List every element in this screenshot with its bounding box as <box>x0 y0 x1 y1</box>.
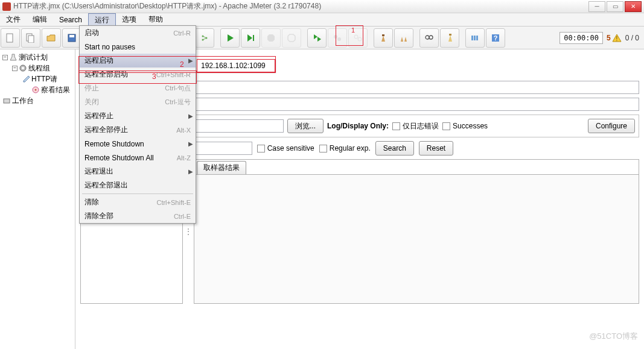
tree-toggle-icon[interactable]: − <box>12 66 18 71</box>
svg-point-32 <box>35 89 37 91</box>
submenu-arrow-icon: ▶ <box>188 113 193 119</box>
submenu-arrow-icon: ▶ <box>188 168 193 175</box>
warning-icon: ! <box>612 33 622 43</box>
tree-thread-group[interactable]: 线程组 <box>28 63 50 74</box>
annotation-label-1: 1 <box>351 27 355 34</box>
tree-http-request[interactable]: HTTP请 <box>31 74 57 84</box>
toolbar-toggle-button[interactable] <box>195 28 214 48</box>
tab-sampler-result[interactable]: 取样器结果 <box>197 161 246 174</box>
menu-remote-shutdown-all[interactable]: Remote Shutdown AllAlt-Z <box>80 151 196 165</box>
gear-icon <box>19 64 27 72</box>
svg-rect-22 <box>449 34 451 36</box>
pipette-icon <box>22 75 30 83</box>
test-tree[interactable]: − 测试计划 − 线程组 HTTP请 察看结果 工作台 <box>0 49 75 349</box>
toolbar-shutdown-button[interactable] <box>282 28 301 48</box>
case-sensitive-checkbox[interactable]: Case sensitive <box>257 144 314 152</box>
toolbar-open-button[interactable] <box>42 28 61 48</box>
flask-icon <box>9 53 18 61</box>
tree-toggle-icon[interactable]: − <box>2 55 8 60</box>
logdisplay-label: Log/Display Only: <box>327 122 389 130</box>
menu-remote-start[interactable]: 远程启动▶ <box>80 54 196 68</box>
tree-view-results[interactable]: 察看结果 <box>41 85 70 95</box>
menubar: 文件 编辑 Search 运行 选项 帮助 <box>0 13 644 27</box>
menu-clear[interactable]: 清除Ctrl+Shift-E <box>80 195 196 209</box>
toolbar-find-button[interactable] <box>419 28 439 48</box>
sampler-result-body <box>194 174 639 303</box>
menu-shutdown-test: 关闭Ctrl-逗号 <box>80 95 196 109</box>
toolbar-warning-badge[interactable]: 5 ! <box>607 33 622 43</box>
remote-start-host[interactable]: 192.168.1.102:1099 <box>197 59 275 72</box>
app-icon <box>2 2 11 11</box>
toolbar-help-button[interactable]: ? <box>486 28 505 48</box>
results-right-pane: 取样器结果 <box>194 159 639 304</box>
menu-remote-start-all[interactable]: 远程全部启动Ctrl+Shift-R <box>80 68 196 81</box>
menu-edit[interactable]: 编辑 <box>27 13 53 26</box>
toolbar-templates-button[interactable] <box>21 28 40 48</box>
toolbar-timer: 00:00:00 <box>560 32 603 44</box>
menu-help[interactable]: 帮助 <box>142 13 169 26</box>
svg-point-30 <box>22 67 24 69</box>
menu-search[interactable]: Search <box>53 13 88 26</box>
toolbar-stop-button[interactable] <box>261 28 281 48</box>
svg-rect-0 <box>7 34 13 42</box>
svg-text:?: ? <box>494 34 498 42</box>
errors-only-checkbox[interactable]: 仅日志错误 <box>392 121 439 131</box>
scope-icon <box>31 86 40 94</box>
configure-button[interactable]: Configure <box>588 119 635 133</box>
svg-point-18 <box>358 37 362 41</box>
successes-checkbox[interactable]: Successes <box>442 122 488 130</box>
toolbar-reset-search-button[interactable] <box>440 28 459 48</box>
menu-options[interactable]: 选项 <box>116 13 142 26</box>
browse-button[interactable]: 浏览... <box>287 119 324 133</box>
window-titlebar: HTTP请求.jmx (C:\Users\Administrator\Deskt… <box>0 0 644 13</box>
watermark: @51CTO博客 <box>589 331 638 342</box>
toolbar-clearall-button[interactable] <box>394 28 413 48</box>
svg-point-15 <box>334 35 337 39</box>
regex-checkbox[interactable]: Regular exp. <box>319 144 371 152</box>
svg-rect-25 <box>476 36 478 40</box>
menu-clear-all[interactable]: 清除全部Ctrl-E <box>80 209 196 223</box>
annotation-label-3: 3 <box>152 72 156 81</box>
window-close-button[interactable]: ✕ <box>625 1 642 12</box>
svg-text:!: ! <box>616 36 617 42</box>
toolbar-function-helper-button[interactable] <box>465 28 485 48</box>
toolbar-start-button[interactable] <box>220 28 240 48</box>
svg-rect-33 <box>4 99 10 103</box>
menu-remote-stop[interactable]: 远程停止▶ <box>80 109 196 123</box>
menu-run[interactable]: 运行 <box>88 13 116 26</box>
menu-remote-shutdown[interactable]: Remote Shutdown▶ <box>80 137 196 151</box>
menu-stop-test: 停止Ctrl-句点 <box>80 81 196 95</box>
submenu-arrow-icon: ▶ <box>188 140 193 147</box>
svg-point-16 <box>337 37 341 41</box>
window-minimize-button[interactable]: ─ <box>588 1 605 12</box>
toolbar-start-nopause-button[interactable] <box>241 28 260 48</box>
menu-remote-stop-all[interactable]: 远程全部停止Alt-X <box>80 123 196 137</box>
toolbar-remote-start-button[interactable] <box>307 28 327 48</box>
svg-rect-24 <box>474 36 476 40</box>
workbench-icon <box>2 96 11 105</box>
run-menu-dropdown: 启动Ctrl-R Start no pauses 远程启动▶ 远程全部启动Ctr… <box>79 25 196 224</box>
annotation-label-2: 2 <box>180 60 184 69</box>
toolbar-new-button[interactable] <box>1 28 20 48</box>
svg-rect-19 <box>382 34 384 36</box>
menu-remote-exit-all[interactable]: 远程全部退出 <box>80 178 196 192</box>
menu-start[interactable]: 启动Ctrl-R <box>80 26 196 40</box>
tree-test-plan[interactable]: 测试计划 <box>19 52 48 63</box>
search-button[interactable]: Search <box>375 141 414 156</box>
reset-button[interactable]: Reset <box>419 141 453 156</box>
svg-rect-23 <box>471 36 473 40</box>
toolbar-thread-count: 0 / 0 <box>625 34 639 42</box>
window-maximize-button[interactable]: ▭ <box>607 1 623 12</box>
svg-point-17 <box>354 35 358 39</box>
svg-rect-14 <box>253 35 254 41</box>
menu-start-nopause[interactable]: Start no pauses <box>80 40 196 54</box>
tree-workbench[interactable]: 工作台 <box>12 96 34 106</box>
window-title: HTTP请求.jmx (C:\Users\Administrator\Deskt… <box>13 1 588 11</box>
svg-rect-2 <box>28 36 34 43</box>
toolbar-remote-stop-button[interactable] <box>328 28 347 48</box>
svg-rect-4 <box>69 35 74 37</box>
toolbar-clear-button[interactable] <box>374 28 393 48</box>
menu-file[interactable]: 文件 <box>0 13 27 26</box>
submenu-arrow-icon: ▶ <box>188 57 193 64</box>
menu-remote-exit[interactable]: 远程退出▶ <box>80 165 196 178</box>
